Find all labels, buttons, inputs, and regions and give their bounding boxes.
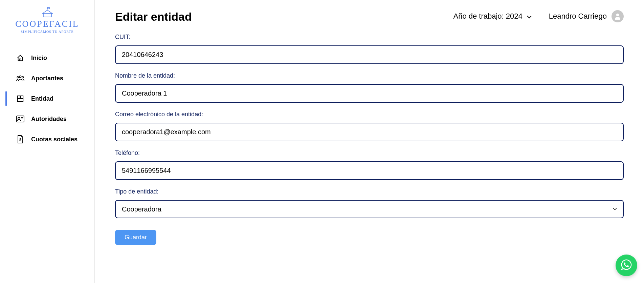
email-input[interactable] (115, 123, 624, 141)
form-group-type: Tipo de entidad: Cooperadora (115, 188, 624, 218)
document-dollar-icon: $ (16, 135, 24, 143)
header: Editar entidad Año de trabajo: 2024 Lean… (115, 10, 624, 23)
chevron-down-icon (527, 12, 532, 21)
building-icon (16, 95, 24, 103)
svg-point-11 (616, 14, 619, 16)
sidebar-item-label: Entidad (31, 95, 53, 102)
sidebar-item-label: Inicio (31, 55, 47, 62)
cuit-input[interactable] (115, 45, 624, 64)
type-label: Tipo de entidad: (115, 188, 624, 195)
type-select[interactable]: Cooperadora (115, 200, 624, 218)
svg-rect-4 (21, 96, 23, 98)
header-right: Año de trabajo: 2024 Leandro Carriego (453, 10, 624, 22)
name-input[interactable] (115, 84, 624, 103)
user-name: Leandro Carriego (549, 12, 607, 21)
sidebar-item-inicio[interactable]: Inicio (0, 48, 94, 68)
sidebar-item-label: Autoridades (31, 116, 67, 123)
sidebar: COOPEFACIL SIMPLIFICAMOS TU APORTE Inici… (0, 0, 95, 283)
sidebar-item-aportantes[interactable]: Aportantes (0, 68, 94, 88)
sidebar-item-entidad[interactable]: Entidad (0, 88, 94, 109)
sidebar-item-cuotas-sociales[interactable]: $ Cuotas sociales (0, 129, 94, 149)
form-group-phone: Teléfono: (115, 149, 624, 180)
name-label: Nombre de la entidad: (115, 72, 624, 79)
svg-text:$: $ (19, 138, 21, 142)
year-label: Año de trabajo: 2024 (453, 12, 522, 21)
logo-text-sub: SIMPLIFICAMOS TU APORTE (15, 30, 79, 34)
form-group-email: Correo electrónico de la entidad: (115, 111, 624, 141)
sidebar-item-label: Aportantes (31, 75, 63, 82)
cuit-label: CUIT: (115, 34, 624, 41)
year-selector[interactable]: Año de trabajo: 2024 (453, 12, 532, 21)
form-group-name: Nombre de la entidad: (115, 72, 624, 103)
user-menu[interactable]: Leandro Carriego (549, 10, 624, 22)
form-group-cuit: CUIT: (115, 34, 624, 64)
svg-point-1 (17, 77, 19, 78)
main-content: Editar entidad Año de trabajo: 2024 Lean… (95, 0, 644, 283)
svg-rect-3 (18, 96, 20, 98)
phone-input[interactable] (115, 161, 624, 180)
svg-point-0 (19, 76, 21, 78)
home-icon (16, 54, 24, 62)
logo-text-main: COOPEFACIL (15, 19, 79, 29)
whatsapp-fab[interactable] (616, 255, 637, 276)
svg-point-7 (18, 117, 20, 119)
page-title: Editar entidad (115, 10, 192, 23)
people-icon (16, 74, 24, 82)
phone-label: Teléfono: (115, 149, 624, 157)
logo[interactable]: COOPEFACIL SIMPLIFICAMOS TU APORTE (0, 7, 94, 48)
svg-point-2 (22, 77, 24, 78)
sidebar-item-label: Cuotas sociales (31, 136, 77, 143)
save-button[interactable]: Guardar (115, 230, 156, 245)
nav-list: Inicio Aportantes (0, 48, 94, 149)
avatar (612, 10, 624, 22)
id-card-icon (16, 115, 24, 123)
email-label: Correo electrónico de la entidad: (115, 111, 624, 118)
edit-entity-form: CUIT: Nombre de la entidad: Correo elect… (115, 34, 624, 245)
sidebar-item-autoridades[interactable]: Autoridades (0, 109, 94, 129)
svg-rect-5 (18, 99, 23, 101)
whatsapp-icon (620, 258, 633, 272)
logo-building-icon (15, 7, 79, 18)
